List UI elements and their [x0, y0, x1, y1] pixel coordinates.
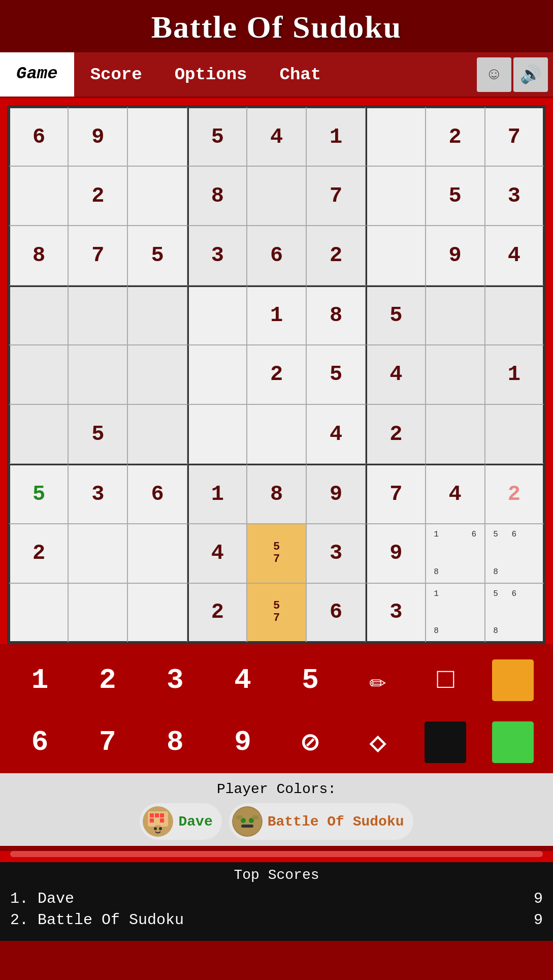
cell-4-3[interactable]	[187, 345, 247, 404]
cell-7-7[interactable]: 168	[426, 524, 485, 583]
cell-5-3[interactable]	[187, 404, 247, 464]
cell-6-6[interactable]: 7	[366, 464, 425, 523]
tab-chat[interactable]: Chat	[263, 52, 337, 97]
cell-4-0[interactable]	[9, 345, 68, 404]
cell-8-6[interactable]: 3	[366, 583, 425, 643]
numpad-5[interactable]: 5	[277, 652, 344, 708]
cell-4-7[interactable]	[426, 345, 485, 404]
cell-8-2[interactable]	[127, 583, 187, 643]
numpad-8[interactable]: 8	[141, 714, 209, 770]
cell-3-0[interactable]	[9, 286, 68, 345]
cell-4-4[interactable]: 2	[247, 345, 306, 404]
pencil-button[interactable]: ✏	[344, 652, 412, 708]
cell-8-1[interactable]	[68, 583, 127, 643]
numpad-4[interactable]: 4	[209, 652, 276, 708]
cell-4-8[interactable]: 1	[485, 345, 544, 404]
cell-0-6[interactable]	[366, 107, 425, 166]
cell-3-2[interactable]	[127, 286, 187, 345]
orange-color-swatch[interactable]	[479, 652, 547, 708]
cell-3-4[interactable]: 1	[247, 286, 306, 345]
cell-0-3[interactable]: 5	[187, 107, 247, 166]
cell-4-5[interactable]: 5	[306, 345, 366, 404]
cell-0-4[interactable]: 4	[247, 107, 306, 166]
emoji-button[interactable]: ☺	[477, 57, 511, 92]
cell-6-7[interactable]: 4	[426, 464, 485, 523]
cell-7-1[interactable]	[68, 524, 127, 583]
cell-2-4[interactable]: 6	[247, 226, 306, 285]
cell-1-2[interactable]	[127, 166, 187, 226]
cell-3-3[interactable]	[187, 286, 247, 345]
tab-score[interactable]: Score	[74, 52, 158, 97]
cell-0-5[interactable]: 1	[306, 107, 366, 166]
cell-1-1[interactable]: 2	[68, 166, 127, 226]
cell-2-3[interactable]: 3	[187, 226, 247, 285]
cell-4-1[interactable]	[68, 345, 127, 404]
cell-3-1[interactable]	[68, 286, 127, 345]
cell-2-1[interactable]: 7	[68, 226, 127, 285]
cell-1-0[interactable]	[9, 166, 68, 226]
cell-3-7[interactable]	[426, 286, 485, 345]
cell-0-7[interactable]: 2	[426, 107, 485, 166]
sound-button[interactable]: 🔊	[513, 57, 548, 92]
cell-1-6[interactable]	[366, 166, 425, 226]
cell-2-2[interactable]: 5	[127, 226, 187, 285]
cell-6-5[interactable]: 9	[306, 464, 366, 523]
cell-5-8[interactable]	[485, 404, 544, 464]
cell-6-2[interactable]: 6	[127, 464, 187, 523]
cell-5-4[interactable]	[247, 404, 306, 464]
cell-5-5[interactable]: 4	[306, 404, 366, 464]
cell-2-6[interactable]	[366, 226, 425, 285]
cell-1-8[interactable]: 3	[485, 166, 544, 226]
cell-6-4[interactable]: 8	[247, 464, 306, 523]
cell-8-8[interactable]: 568	[485, 583, 544, 643]
cell-0-2[interactable]	[127, 107, 187, 166]
cell-5-2[interactable]	[127, 404, 187, 464]
numpad-6[interactable]: 6	[6, 714, 74, 770]
cell-7-5[interactable]: 3	[306, 524, 366, 583]
cell-0-1[interactable]: 9	[68, 107, 127, 166]
cell-6-0[interactable]: 5	[9, 464, 68, 523]
cell-7-8[interactable]: 568	[485, 524, 544, 583]
cell-8-7[interactable]: 18	[426, 583, 485, 643]
fill-button[interactable]: ◇	[344, 714, 412, 770]
black-color-swatch[interactable]	[412, 714, 479, 770]
cell-5-6[interactable]: 2	[366, 404, 425, 464]
numpad-1[interactable]: 1	[6, 652, 74, 708]
cell-7-2[interactable]	[127, 524, 187, 583]
cell-8-0[interactable]	[9, 583, 68, 643]
tab-options[interactable]: Options	[158, 52, 264, 97]
cell-8-4[interactable]: 57	[247, 583, 306, 643]
cell-0-8[interactable]: 7	[485, 107, 544, 166]
cell-4-2[interactable]	[127, 345, 187, 404]
numpad-2[interactable]: 2	[74, 652, 141, 708]
cell-3-8[interactable]	[485, 286, 544, 345]
cell-4-6[interactable]: 4	[366, 345, 425, 404]
cell-1-5[interactable]: 7	[306, 166, 366, 226]
cell-3-6[interactable]: 5	[366, 286, 425, 345]
cell-2-5[interactable]: 2	[306, 226, 366, 285]
cell-5-7[interactable]	[426, 404, 485, 464]
cell-1-4[interactable]	[247, 166, 306, 226]
cell-6-3[interactable]: 1	[187, 464, 247, 523]
cell-7-0[interactable]: 2	[9, 524, 68, 583]
cell-8-3[interactable]: 2	[187, 583, 247, 643]
tab-game[interactable]: Game	[0, 52, 74, 97]
cell-2-7[interactable]: 9	[426, 226, 485, 285]
erase-button[interactable]: ⊘	[277, 714, 344, 770]
square-button[interactable]: □	[412, 652, 479, 708]
numpad-9[interactable]: 9	[209, 714, 276, 770]
cell-7-6[interactable]: 9	[366, 524, 425, 583]
numpad-7[interactable]: 7	[74, 714, 141, 770]
green-color-swatch[interactable]	[479, 714, 547, 770]
cell-0-0[interactable]: 6	[9, 107, 68, 166]
cell-7-3[interactable]: 4	[187, 524, 247, 583]
cell-7-4[interactable]: 57	[247, 524, 306, 583]
cell-2-0[interactable]: 8	[9, 226, 68, 285]
cell-5-1[interactable]: 5	[68, 404, 127, 464]
cell-5-0[interactable]	[9, 404, 68, 464]
cell-1-7[interactable]: 5	[426, 166, 485, 226]
numpad-3[interactable]: 3	[141, 652, 209, 708]
cell-6-1[interactable]: 3	[68, 464, 127, 523]
cell-8-5[interactable]: 6	[306, 583, 366, 643]
cell-3-5[interactable]: 8	[306, 286, 366, 345]
